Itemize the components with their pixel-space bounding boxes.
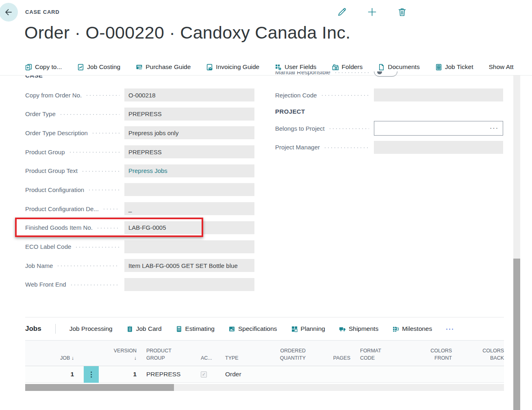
toolbar-folders[interactable]: Folders bbox=[332, 63, 363, 71]
toolbar-purchase-guide[interactable]: Purchase Guide bbox=[136, 63, 191, 71]
row-options-button[interactable]: ⋮ bbox=[84, 366, 99, 383]
field-value[interactable]: _ bbox=[124, 202, 254, 215]
field-value[interactable]: PREPRESS bbox=[124, 108, 254, 121]
field-value[interactable]: O-000218 bbox=[124, 88, 254, 101]
dotted-leader bbox=[70, 284, 119, 286]
vertical-scrollbar-thumb[interactable] bbox=[513, 259, 520, 410]
column-header-job[interactable]: JOB ↓ bbox=[25, 355, 77, 366]
toolbar-label: Documents bbox=[388, 63, 419, 71]
tab-shipments[interactable]: Shipments bbox=[339, 325, 378, 332]
trash-icon[interactable] bbox=[397, 6, 408, 17]
field-finished-goods-item-no: Finished Goods Item No. LAB-FG-0005 bbox=[25, 221, 254, 234]
back-arrow-icon bbox=[4, 7, 13, 17]
vertical-scrollbar[interactable] bbox=[513, 76, 520, 410]
cell-active: ✓ bbox=[198, 371, 219, 378]
column-header-format-code[interactable]: FORMAT CODE bbox=[354, 347, 406, 366]
column-header-product-group[interactable]: PRODUCT GROUP bbox=[140, 347, 198, 366]
dotted-leader bbox=[69, 151, 119, 153]
toolbar-label: Job Ticket bbox=[445, 63, 473, 71]
field-rejection-code: Rejection Code bbox=[275, 88, 503, 101]
column-header-type[interactable]: TYPE bbox=[219, 355, 264, 366]
job-card-icon bbox=[126, 326, 133, 332]
column-header-version[interactable]: VERSION ↓ bbox=[102, 347, 140, 366]
toolbar-label: Job Costing bbox=[87, 63, 120, 71]
tab-planning[interactable]: Planning bbox=[291, 325, 325, 332]
more-options-button[interactable]: ··· bbox=[446, 326, 454, 332]
column-header-ordered-quantity[interactable]: ORDERED QUANTITY bbox=[264, 347, 309, 366]
field-product-configuration-description: Product Configuration De... _ bbox=[25, 202, 254, 215]
toolbar-copy-to[interactable]: Copy to... bbox=[25, 63, 62, 71]
tab-label: Specifications bbox=[238, 325, 277, 332]
field-product-group: Product Group PREPRESS bbox=[25, 145, 254, 158]
tab-label: Planning bbox=[301, 325, 325, 332]
field-value[interactable] bbox=[374, 141, 503, 154]
toolbar-invoicing-guide[interactable]: Invoicing Guide bbox=[206, 63, 259, 71]
invoicing-guide-icon bbox=[206, 64, 213, 71]
field-label: Order Type Description bbox=[25, 129, 88, 136]
job-ticket-icon bbox=[435, 64, 442, 71]
assist-edit-button[interactable]: ··· bbox=[490, 125, 499, 132]
horizontal-scrollbar-thumb[interactable] bbox=[25, 384, 174, 391]
tab-job-processing[interactable]: Job Processing bbox=[69, 325, 113, 332]
case-card-page: CASE CARD Order · O-000220 · Candoxy Can… bbox=[0, 0, 532, 410]
milestones-icon bbox=[392, 326, 399, 332]
estimating-icon bbox=[176, 326, 182, 332]
field-value[interactable] bbox=[124, 183, 254, 196]
horizontal-scrollbar[interactable] bbox=[25, 384, 504, 391]
table-row[interactable]: 1 ⋮ 1 PREPRESS ✓ Order bbox=[25, 366, 504, 383]
dotted-leader bbox=[56, 265, 119, 267]
planning-icon bbox=[291, 326, 298, 332]
toolbar-label: User Fields bbox=[284, 63, 316, 71]
pencil-icon[interactable] bbox=[337, 6, 347, 17]
toolbar-show-attached[interactable]: Show Att bbox=[489, 63, 513, 71]
jobs-table-header: JOB ↓ VERSION ↓ PRODUCT GROUP AC... TYPE… bbox=[25, 340, 504, 366]
project-group-caption: PROJECT bbox=[275, 108, 503, 116]
documents-icon bbox=[378, 64, 385, 71]
column-header-colors-front[interactable]: COLORS FRONT bbox=[406, 347, 455, 366]
back-button[interactable] bbox=[0, 3, 18, 22]
field-label: Web Front End bbox=[25, 281, 66, 288]
toolbar-label: Copy to... bbox=[35, 63, 62, 71]
tab-estimating[interactable]: Estimating bbox=[176, 325, 215, 332]
tab-milestones[interactable]: Milestones bbox=[392, 325, 432, 332]
tab-label: Job Card bbox=[136, 325, 162, 332]
field-value[interactable]: Prepress jobs only bbox=[124, 126, 254, 139]
field-eco-label-code: ECO Label Code bbox=[25, 240, 254, 253]
field-value-link[interactable]: Prepress Jobs bbox=[124, 164, 254, 177]
tab-specifications[interactable]: Specifications bbox=[228, 325, 277, 332]
copy-to-icon bbox=[25, 64, 32, 71]
field-value[interactable] bbox=[124, 240, 254, 253]
tab-label: Job Processing bbox=[69, 325, 113, 332]
toolbar-documents[interactable]: Documents bbox=[378, 63, 419, 71]
jobs-section-divider bbox=[25, 317, 504, 317]
manual-responsible-toggle[interactable] bbox=[374, 71, 397, 77]
page-title: Order · O-000220 · Candoxy Canada Inc. bbox=[24, 23, 351, 43]
column-header-colors-back[interactable]: COLORS BACK bbox=[455, 347, 504, 366]
dotted-leader bbox=[75, 246, 119, 248]
field-value[interactable]: Item LAB-FG-0005 GET SET Bottle blue bbox=[124, 259, 254, 272]
field-job-name: Job Name Item LAB-FG-0005 GET SET Bottle… bbox=[25, 259, 254, 272]
vertical-divider bbox=[55, 324, 56, 334]
toolbar-job-costing[interactable]: Job Costing bbox=[77, 63, 120, 71]
field-product-configuration: Product Configuration bbox=[25, 183, 254, 196]
field-value[interactable] bbox=[374, 88, 503, 101]
field-label: Order Type bbox=[25, 110, 56, 117]
plus-icon[interactable] bbox=[367, 6, 378, 17]
manual-responsible-row-clipped: Manual Responsible bbox=[275, 71, 503, 77]
field-label: Project Manager bbox=[275, 144, 320, 151]
field-order-type-description: Order Type Description Prepress jobs onl… bbox=[25, 126, 254, 139]
toolbar-user-fields[interactable]: User Fields bbox=[275, 63, 316, 71]
toolbar-label: Show Att bbox=[489, 63, 513, 71]
field-value[interactable]: PREPRESS bbox=[124, 145, 254, 158]
toolbar-job-ticket[interactable]: Job Ticket bbox=[435, 63, 473, 71]
column-header-pages[interactable]: PAGES bbox=[309, 355, 354, 366]
field-value[interactable] bbox=[124, 278, 254, 291]
jobs-table: JOB ↓ VERSION ↓ PRODUCT GROUP AC... TYPE… bbox=[25, 340, 504, 383]
field-value[interactable]: LAB-FG-0005 bbox=[124, 221, 254, 234]
column-header-active[interactable]: AC... bbox=[198, 355, 219, 366]
tab-label: Milestones bbox=[402, 325, 432, 332]
checkbox-checked-icon[interactable]: ✓ bbox=[201, 371, 207, 378]
belongs-to-project-input[interactable]: ··· bbox=[374, 121, 503, 136]
tab-job-card[interactable]: Job Card bbox=[126, 325, 162, 332]
case-field-group: Copy from Order No. O-000218 Order Type … bbox=[25, 77, 254, 297]
